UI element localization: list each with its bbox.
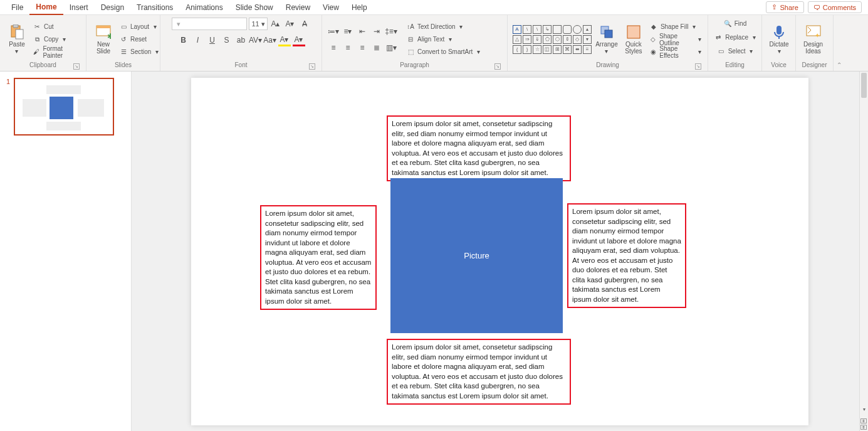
numbering-button[interactable]: ≡▾ (342, 25, 354, 38)
shape-row2-more-icon[interactable]: ▾ (583, 35, 592, 44)
replace-button[interactable]: ⇄Replace ▾ (713, 31, 756, 43)
comments-button[interactable]: 🗨Comments (808, 1, 862, 13)
font-dialog-launcher[interactable]: ↘ (309, 63, 315, 70)
text-direction-button[interactable]: ↕AText Direction ▾ (405, 21, 481, 33)
shape-arrow-ud-icon[interactable]: ⇕ (563, 35, 572, 44)
change-case-button[interactable]: Aa▾ (264, 34, 276, 46)
tab-slideshow[interactable]: Slide Show (229, 1, 280, 14)
shape-fill-button[interactable]: ◆Shape Fill ▾ (648, 21, 703, 33)
clipboard-dialog-launcher[interactable]: ↘ (73, 63, 80, 70)
shrink-font-button[interactable]: A▾ (284, 18, 296, 30)
shape-effects-button[interactable]: ◉Shape Effects ▾ (648, 46, 703, 58)
tab-home[interactable]: Home (29, 0, 63, 15)
strike-button[interactable]: S (221, 34, 233, 46)
clear-formatting-button[interactable]: A̶ (298, 18, 311, 30)
shape-arrow-r-icon[interactable]: ⇒ (523, 35, 531, 44)
shape-oval-icon[interactable] (573, 25, 582, 34)
shape-triangle-icon[interactable]: △ (513, 35, 521, 44)
cut-button[interactable]: ✂Cut (31, 21, 81, 33)
paragraph-dialog-launcher[interactable]: ↘ (494, 63, 501, 70)
shape-lbrace-icon[interactable]: { (513, 45, 521, 54)
decrease-indent-button[interactable]: ⇤ (356, 25, 369, 38)
shape-diamond-icon[interactable]: ◇ (573, 35, 582, 44)
textbox-bottom[interactable]: Lorem ipsum dolor sit amet, consetetur s… (387, 339, 571, 405)
reset-button[interactable]: ↺Reset (118, 34, 160, 45)
format-painter-button[interactable]: 🖌Format Painter (31, 46, 81, 58)
shape-rect-icon[interactable] (553, 25, 562, 34)
slide[interactable]: Lorem ipsum dolor sit amet, consetetur s… (191, 78, 808, 425)
shape-textbox-icon[interactable]: A (513, 25, 521, 34)
slide-canvas-area[interactable]: Lorem ipsum dolor sit amet, consetetur s… (132, 72, 868, 431)
design-ideas-button[interactable]: ✦ Design Ideas (801, 23, 825, 56)
tab-view[interactable]: View (316, 1, 345, 14)
shape-arrow-l-icon[interactable]: ⬌ (573, 45, 582, 54)
shape-gallery-more-icon[interactable]: ≡ (583, 45, 592, 54)
font-size-combo[interactable]: 11 ▾ (249, 18, 268, 30)
drawing-dialog-launcher[interactable]: ↘ (695, 63, 701, 70)
section-button[interactable]: ☰Section ▾ (118, 46, 160, 58)
tab-help[interactable]: Help (345, 1, 374, 14)
shape-line2-icon[interactable]: \ (533, 25, 541, 34)
shape-hexagon-icon[interactable]: ⬡ (553, 35, 562, 44)
shape-flow-icon[interactable]: ⌘ (563, 45, 572, 54)
shape-row1-more-icon[interactable]: ▴ (583, 25, 592, 34)
align-right-button[interactable]: ≡ (356, 41, 369, 54)
vertical-scrollbar[interactable]: ▾ ≡ ≡ (859, 72, 868, 431)
tab-design[interactable]: Design (95, 1, 130, 14)
italic-button[interactable]: I (192, 34, 204, 46)
select-button[interactable]: ▭Select ▾ (716, 45, 755, 56)
shadow-button[interactable]: ab (235, 34, 248, 46)
new-slide-button[interactable]: ✱ New Slide (92, 23, 115, 56)
shape-line-icon[interactable]: \ (523, 25, 531, 34)
arrange-button[interactable]: Arrange▾ (594, 23, 619, 56)
smartart-button[interactable]: ⬚Convert to SmartArt ▾ (405, 46, 481, 58)
quick-styles-button[interactable]: Quick Styles (622, 23, 646, 56)
collapse-ribbon-button[interactable]: ⌃ (834, 15, 845, 71)
font-name-combo[interactable]: ▾ (172, 18, 247, 30)
shape-callout-icon[interactable]: ◫ (543, 45, 552, 54)
grow-font-button[interactable]: A▴ (269, 18, 282, 30)
paste-button[interactable]: Paste▾ (5, 23, 29, 56)
tab-transitions[interactable]: Transitions (130, 1, 179, 14)
font-color-button[interactable]: A▾ (293, 34, 305, 46)
columns-button[interactable]: ▥▾ (385, 41, 397, 54)
slide-thumbnail-1[interactable] (14, 78, 114, 136)
scrollbar-down-arrow[interactable]: ▾ (860, 405, 868, 413)
align-center-button[interactable]: ≡ (342, 41, 354, 54)
tab-animations[interactable]: Animations (179, 1, 229, 14)
increase-indent-button[interactable]: ⇥ (370, 25, 383, 38)
fit-prev-button[interactable]: ≡ (860, 418, 867, 423)
textbox-left[interactable]: Lorem ipsum dolor sit amet, consetetur s… (260, 205, 377, 310)
shape-star-icon[interactable]: ☆ (533, 45, 541, 54)
shape-plusframe-icon[interactable]: ⊞ (553, 45, 562, 54)
shape-roundrect-icon[interactable] (563, 25, 572, 34)
copy-button[interactable]: ⧉Copy ▾ (31, 34, 81, 45)
layout-button[interactable]: ▭Layout ▾ (118, 21, 160, 33)
align-text-button[interactable]: ⊟Align Text ▾ (405, 34, 481, 45)
highlight-button[interactable]: A▾ (278, 34, 291, 46)
fit-next-button[interactable]: ≡ (860, 425, 867, 430)
bullets-button[interactable]: ≔▾ (327, 25, 340, 38)
picture-placeholder[interactable]: Picture (390, 178, 563, 333)
bold-button[interactable]: B (177, 34, 190, 46)
share-button[interactable]: ⇪Share (766, 1, 803, 13)
shapes-gallery[interactable]: A \ \ ↳ ▴ △ ⇒ ⇓ ⬠ ⬡ ⇕ ◇ ▾ { } ☆ ◫ ⊞ (513, 25, 592, 54)
tab-review[interactable]: Review (280, 1, 316, 14)
shape-rbrace-icon[interactable]: } (523, 45, 531, 54)
shape-connector-icon[interactable]: ↳ (543, 25, 552, 34)
line-spacing-button[interactable]: ‡≡▾ (385, 25, 397, 38)
scrollbar-thumb[interactable] (861, 73, 867, 98)
justify-button[interactable]: ≣ (370, 41, 383, 54)
textbox-top[interactable]: Lorem ipsum dolor sit amet, consetetur s… (387, 115, 571, 181)
shape-pentagon-icon[interactable]: ⬠ (543, 35, 552, 44)
char-spacing-button[interactable]: AV▾ (249, 34, 262, 46)
underline-button[interactable]: U (206, 34, 219, 46)
find-button[interactable]: 🔍Find (722, 18, 748, 29)
align-left-button[interactable]: ≡ (327, 41, 340, 54)
shape-arrow-d-icon[interactable]: ⇓ (533, 35, 541, 44)
shape-outline-button[interactable]: ◇Shape Outline ▾ (648, 34, 703, 45)
dictate-button[interactable]: Dictate▾ (767, 23, 791, 56)
tab-file[interactable]: File (5, 1, 29, 14)
textbox-right[interactable]: Lorem ipsum dolor sit amet, consetetur s… (567, 203, 686, 308)
tab-insert[interactable]: Insert (63, 1, 95, 14)
